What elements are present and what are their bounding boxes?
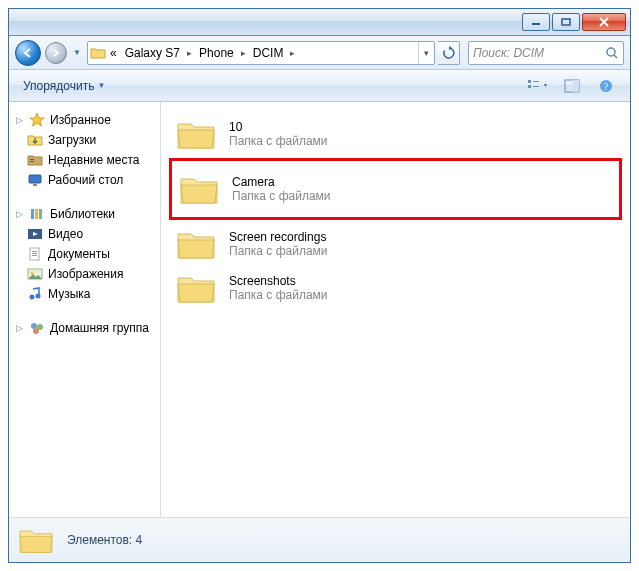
titlebar <box>9 9 630 36</box>
chevron-right-icon[interactable]: ▸ <box>238 48 249 58</box>
homegroup-icon <box>29 320 45 336</box>
svg-point-29 <box>33 328 39 334</box>
sidebar-item-label: Изображения <box>48 267 123 281</box>
svg-rect-8 <box>573 80 579 92</box>
downloads-icon <box>27 132 43 148</box>
close-button[interactable] <box>582 13 626 31</box>
folder-icon <box>175 226 217 262</box>
sidebar-item-videos[interactable]: Видео <box>9 224 160 244</box>
folder-icon <box>178 171 220 207</box>
svg-point-25 <box>30 295 35 300</box>
organize-label: Упорядочить <box>23 79 94 93</box>
expand-icon[interactable]: ▷ <box>15 209 24 219</box>
forward-button[interactable] <box>45 42 67 64</box>
folder-text: Screen recordingsПапка с файлами <box>229 230 328 258</box>
sidebar-item-downloads[interactable]: Загрузки <box>9 130 160 150</box>
svg-point-26 <box>36 294 41 299</box>
svg-rect-12 <box>30 161 34 162</box>
status-text: Элементов: 4 <box>67 533 142 547</box>
expand-icon[interactable]: ▷ <box>15 115 24 125</box>
search-icon <box>605 46 619 60</box>
svg-rect-15 <box>31 209 34 219</box>
sidebar-item-pictures[interactable]: Изображения <box>9 264 160 284</box>
star-icon <box>29 112 45 128</box>
explorer-window: ▼ « Galaxy S7 ▸ Phone ▸ DCIM ▸ ▾ Поиск: … <box>8 8 631 563</box>
sidebar-item-libraries[interactable]: ▷ Библиотеки <box>9 204 160 224</box>
navigation-pane: ▷ Избранное Загрузки Недавние места Ра <box>9 102 161 517</box>
sidebar-item-label: Музыка <box>48 287 90 301</box>
organize-button[interactable]: Упорядочить ▼ <box>17 75 111 97</box>
svg-rect-22 <box>32 255 37 256</box>
folder-text: ScreenshotsПапка с файлами <box>229 274 328 302</box>
sidebar-item-label: Видео <box>48 227 83 241</box>
maximize-button[interactable] <box>552 13 580 31</box>
breadcrumb-item[interactable]: DCIM <box>249 42 288 64</box>
folder-name: Camera <box>232 175 331 189</box>
navigation-bar: ▼ « Galaxy S7 ▸ Phone ▸ DCIM ▸ ▾ Поиск: … <box>9 36 630 70</box>
libraries-group: ▷ Библиотеки Видео Документы Изображения <box>9 204 160 304</box>
svg-rect-17 <box>39 209 42 219</box>
sidebar-item-label: Загрузки <box>48 133 96 147</box>
history-dropdown[interactable]: ▼ <box>71 44 83 62</box>
breadcrumb-prefix: « <box>106 42 121 64</box>
folder-item[interactable]: CameraПапка с файлами <box>169 158 622 220</box>
sidebar-item-label: Домашняя группа <box>50 321 149 335</box>
sidebar-item-label: Избранное <box>50 113 111 127</box>
toolbar: Упорядочить ▼ ? <box>9 70 630 102</box>
sidebar-item-homegroup[interactable]: ▷ Домашняя группа <box>9 318 160 338</box>
recent-icon <box>27 152 43 168</box>
svg-rect-5 <box>533 81 539 82</box>
documents-icon <box>27 246 43 262</box>
content-pane[interactable]: 10Папка с файламиCameraПапка с файламиSc… <box>161 102 630 517</box>
chevron-right-icon[interactable]: ▸ <box>184 48 195 58</box>
folder-item[interactable]: Screen recordingsПапка с файлами <box>169 222 622 266</box>
svg-rect-21 <box>32 253 37 254</box>
svg-rect-1 <box>562 19 570 25</box>
search-placeholder: Поиск: DCIM <box>473 46 544 60</box>
videos-icon <box>27 226 43 242</box>
svg-rect-3 <box>528 80 531 83</box>
sidebar-item-recent[interactable]: Недавние места <box>9 150 160 170</box>
svg-rect-6 <box>533 86 539 87</box>
svg-rect-0 <box>532 23 540 25</box>
folder-item[interactable]: 10Папка с файлами <box>169 112 622 156</box>
chevron-right-icon[interactable]: ▸ <box>287 48 298 58</box>
music-icon <box>27 286 43 302</box>
address-bar[interactable]: « Galaxy S7 ▸ Phone ▸ DCIM ▸ ▾ <box>87 41 435 65</box>
folder-icon <box>90 45 106 61</box>
folder-subtitle: Папка с файлами <box>229 288 328 302</box>
svg-rect-20 <box>32 251 37 252</box>
refresh-button[interactable] <box>438 41 460 65</box>
help-button[interactable]: ? <box>590 75 622 97</box>
svg-rect-16 <box>35 209 38 219</box>
preview-pane-button[interactable] <box>556 75 588 97</box>
view-options-button[interactable] <box>522 75 554 97</box>
libraries-icon <box>29 206 45 222</box>
folder-subtitle: Папка с файлами <box>229 244 328 258</box>
breadcrumb-item[interactable]: Phone <box>195 42 238 64</box>
svg-point-24 <box>31 272 34 275</box>
search-input[interactable]: Поиск: DCIM <box>468 41 624 65</box>
expand-icon[interactable]: ▷ <box>15 323 24 333</box>
folder-subtitle: Папка с файлами <box>232 189 331 203</box>
sidebar-item-label: Рабочий стол <box>48 173 123 187</box>
sidebar-item-music[interactable]: Музыка <box>9 284 160 304</box>
svg-point-2 <box>607 48 615 56</box>
sidebar-item-documents[interactable]: Документы <box>9 244 160 264</box>
sidebar-item-desktop[interactable]: Рабочий стол <box>9 170 160 190</box>
homegroup-group: ▷ Домашняя группа <box>9 318 160 338</box>
address-dropdown[interactable]: ▾ <box>418 42 434 64</box>
folder-text: 10Папка с файлами <box>229 120 328 148</box>
folder-icon <box>17 524 55 556</box>
minimize-button[interactable] <box>522 13 550 31</box>
folder-name: Screenshots <box>229 274 328 288</box>
window-controls <box>522 13 626 31</box>
breadcrumb-item[interactable]: Galaxy S7 <box>121 42 184 64</box>
folder-text: CameraПапка с файлами <box>232 175 331 203</box>
favorites-group: ▷ Избранное Загрузки Недавние места Ра <box>9 110 160 190</box>
folder-name: 10 <box>229 120 328 134</box>
status-bar: Элементов: 4 <box>9 517 630 562</box>
back-button[interactable] <box>15 40 41 66</box>
folder-item[interactable]: ScreenshotsПапка с файлами <box>169 266 622 310</box>
sidebar-item-favorites[interactable]: ▷ Избранное <box>9 110 160 130</box>
